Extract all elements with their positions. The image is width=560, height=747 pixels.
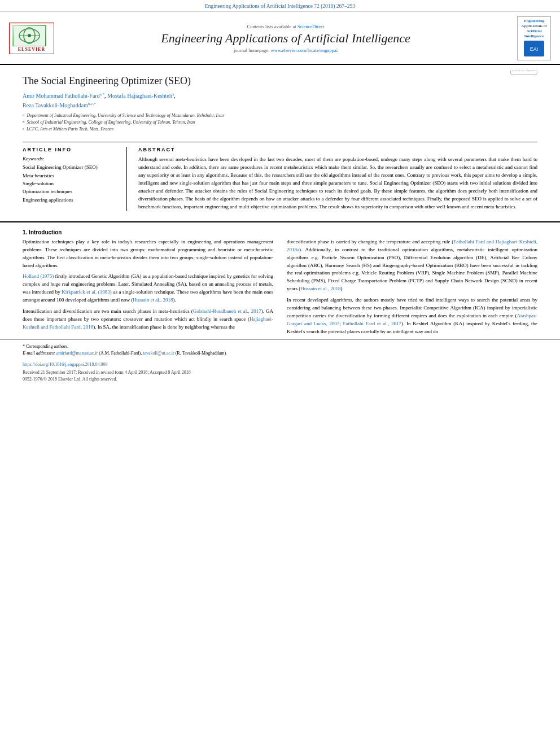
hussain-ref-2[interactable]: Hussain et al., 2018 <box>300 286 340 291</box>
journal-header: ELSEVIER Contents lists available at Sci… <box>0 12 560 65</box>
body-right-col: diversification phase is carried by chan… <box>287 238 537 339</box>
keyword-2: Meta-heuristics <box>23 172 120 180</box>
copyright-line: 0952-1976/© 2018 Elsevier Ltd. All right… <box>23 376 537 383</box>
check-updates-label: Check for updates <box>511 71 536 72</box>
body-para-4: diversification phase is carried by chan… <box>287 238 537 294</box>
hussain-ref-1[interactable]: Hussain et al., 2018 <box>133 297 173 303</box>
citation-text: Engineering Applications of Artificial I… <box>205 3 355 9</box>
svg-point-4 <box>28 34 31 37</box>
keyword-1: Social Engineering Optimizer (SEO) <box>23 163 120 171</box>
keyword-5: Engineering applications <box>23 196 120 204</box>
svg-text:EAI: EAI <box>530 46 539 52</box>
abstract-text: Although several meta-heuristics have be… <box>138 156 537 211</box>
keywords-label: Keywords: <box>23 156 120 161</box>
keyword-3: Single-solution <box>23 180 120 187</box>
journal-name: Engineering Applications of Artificial I… <box>60 31 511 46</box>
email-note: E-mail addresses: amirfard@mazust.ac.ir … <box>23 350 537 357</box>
fathollahi-ref-2[interactable]: Fathollahi Fard et al., 2017 <box>343 321 402 326</box>
body-para-2: Holland (1975) firstly introduced Geneti… <box>23 273 273 304</box>
intro-heading: 1. Introduction <box>23 229 537 235</box>
received-line: Received 21 September 2017; Received in … <box>23 369 537 376</box>
journal-logo-right: EngineeringApplications ofArtificialInte… <box>517 16 551 60</box>
homepage-link[interactable]: www.elsevier.com/locate/engappai <box>271 47 338 53</box>
affil-c: LCFC, Arts et Métiers Paris Tech, Metz, … <box>27 126 113 133</box>
bottom-info: https://doi.org/10.1016/j.engappai.2018.… <box>0 359 560 385</box>
journal-title-area: Contents lists available at ScienceDirec… <box>60 24 511 53</box>
keyword-4: Optimization techniques <box>23 187 120 195</box>
article-info-col: ARTICLE INFO Keywords: Social Engineerin… <box>23 147 127 211</box>
check-updates-badge: ✓ Check for updates <box>510 71 537 75</box>
email-link-1[interactable]: amirfard@mazust.ac.ir <box>56 351 98 356</box>
atashpaz-ref[interactable]: Atashpaz-Gargari and Lucas, 2007 <box>287 313 537 326</box>
journal-logo-title: EngineeringApplications ofArtificialInte… <box>519 19 549 39</box>
author-1[interactable]: Amir Mohammad Fathollahi-Fard <box>23 93 100 99</box>
fathollahi-ref[interactable]: Fathollahi Fard and Hajiaghaei-Keshteli,… <box>287 239 537 252</box>
golshahi-ref[interactable]: Golshahi-Roudbaneh et al., 2017 <box>193 308 261 314</box>
body-para-1: Optimization techniques play a key role … <box>23 238 273 270</box>
paper-title: The Social Engineering Optimizer (SEO) <box>23 75 537 87</box>
footnote-section: * Corresponding authors. E-mail addresse… <box>0 339 560 359</box>
email-link-2[interactable]: tavakoli@ut.ac.ir <box>143 351 174 356</box>
elsevier-logo: ELSEVIER <box>9 23 54 54</box>
author-3[interactable]: Reza Tavakkoli-Moghaddam <box>23 102 88 108</box>
email-label: E-mail addresses: <box>23 351 55 356</box>
contents-line: Contents lists available at ScienceDirec… <box>60 24 511 29</box>
journal-logo-abbr: EAI <box>519 41 549 58</box>
corresponding-note: * Corresponding authors. <box>23 343 537 350</box>
abstract-col: ABSTRACT Although several meta-heuristic… <box>138 147 537 211</box>
body-para-3: Intensification and diversification are … <box>23 308 273 331</box>
authors-line: Amir Mohammad Fathollahi-Farda,*, Mostaf… <box>23 91 537 110</box>
elsevier-image <box>12 25 46 46</box>
abstract-heading: ABSTRACT <box>138 147 537 152</box>
journal-homepage: journal homepage: www.elsevier.com/locat… <box>60 47 511 53</box>
top-citation-bar: Engineering Applications of Artificial I… <box>0 0 560 12</box>
paper-content: ✓ Check for updates The Social Engineeri… <box>0 65 560 216</box>
body-para-5: In recent developed algorithms, the auth… <box>287 296 537 336</box>
elsevier-label: ELSEVIER <box>12 47 51 52</box>
header-divider <box>23 142 537 142</box>
body-left-col: Optimization techniques play a key role … <box>23 238 273 339</box>
affiliations: aDepartment of Industrial Engineering, U… <box>23 112 537 133</box>
sciencedirect-link[interactable]: ScienceDirect <box>298 24 325 29</box>
main-body: 1. Introduction Optimization techniques … <box>0 221 560 339</box>
doi-link[interactable]: https://doi.org/10.1016/j.engappai.2018.… <box>23 362 108 367</box>
article-info-abstract: ARTICLE INFO Keywords: Social Engineerin… <box>23 147 537 211</box>
author-2[interactable]: Mostafa Hajiaghaei-Keshteli <box>107 93 172 99</box>
affil-b: School of Industrial Engineering, Colleg… <box>27 119 195 126</box>
hajiaghaei-ref[interactable]: Hajiaghaei-Keshteli and Fathollahi Fard,… <box>23 316 273 330</box>
article-info-heading: ARTICLE INFO <box>23 147 120 152</box>
doi-line: https://doi.org/10.1016/j.engappai.2018.… <box>23 361 537 368</box>
kirkpatrick-ref[interactable]: Kirkpatrick et al. (1983) <box>62 289 112 295</box>
body-two-col: Optimization techniques play a key role … <box>23 238 537 339</box>
affil-a: Department of Industrial Engineering, Un… <box>27 112 224 119</box>
holland-ref[interactable]: Holland (1975) <box>23 273 54 279</box>
